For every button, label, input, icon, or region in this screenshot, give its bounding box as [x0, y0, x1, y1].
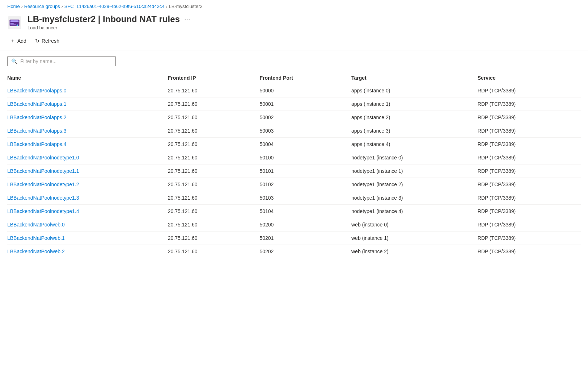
cell-frontend-ip-6: 20.75.121.60 [168, 164, 260, 178]
filter-input[interactable] [20, 58, 112, 64]
nat-rule-link-0[interactable]: LBBackendNatPoolapps.0 [7, 88, 66, 93]
breadcrumb-sep-1: › [21, 4, 23, 9]
cell-service-2: RDP (TCP/3389) [478, 111, 581, 124]
cell-service-1: RDP (TCP/3389) [478, 97, 581, 111]
cell-service-0: RDP (TCP/3389) [478, 84, 581, 97]
cell-target-2: apps (instance 2) [351, 111, 478, 124]
cell-frontend-ip-7: 20.75.121.60 [168, 178, 260, 191]
col-header-frontend-port: Frontend Port [259, 72, 351, 84]
cell-service-11: RDP (TCP/3389) [478, 232, 581, 245]
nat-rule-link-10[interactable]: LBBackendNatPoolweb.0 [7, 222, 65, 228]
refresh-icon: ↻ [35, 38, 39, 44]
cell-frontend-ip-10: 20.75.121.60 [168, 218, 260, 232]
page-title: LB-mysfcluster2 | Inbound NAT rules ··· [28, 14, 192, 24]
table-row: LBBackendNatPoolapps.4 20.75.121.60 5000… [7, 138, 581, 151]
cell-service-9: RDP (TCP/3389) [478, 205, 581, 218]
table-row: LBBackendNatPoolweb.1 20.75.121.60 50201… [7, 232, 581, 245]
page-subtitle: Load balancer [28, 25, 192, 30]
add-label: Add [17, 38, 26, 44]
cell-frontend-port-12: 50202 [259, 245, 351, 258]
table-row: LBBackendNatPoolnodetype1.3 20.75.121.60… [7, 191, 581, 205]
nat-rules-table: Name Frontend IP Frontend Port Target Se… [7, 72, 581, 258]
filter-container: 🔍 [7, 56, 116, 66]
cell-service-10: RDP (TCP/3389) [478, 218, 581, 232]
col-header-target: Target [351, 72, 478, 84]
cell-name-11: LBBackendNatPoolweb.1 [7, 232, 168, 245]
cell-target-11: web (instance 1) [351, 232, 478, 245]
nat-rule-link-6[interactable]: LBBackendNatPoolnodetype1.1 [7, 168, 79, 174]
cell-frontend-port-4: 50004 [259, 138, 351, 151]
nat-rule-link-7[interactable]: LBBackendNatPoolnodetype1.2 [7, 182, 79, 187]
cell-name-2: LBBackendNatPoolapps.2 [7, 111, 168, 124]
filter-search-icon: 🔍 [11, 58, 17, 64]
cell-target-7: nodetype1 (instance 2) [351, 178, 478, 191]
breadcrumb-sep-2: › [62, 4, 63, 9]
nat-rule-link-2[interactable]: LBBackendNatPoolapps.2 [7, 114, 66, 120]
cell-name-10: LBBackendNatPoolweb.0 [7, 218, 168, 232]
nat-rule-link-11[interactable]: LBBackendNatPoolweb.1 [7, 235, 65, 241]
cell-frontend-port-3: 50003 [259, 124, 351, 138]
cell-name-6: LBBackendNatPoolnodetype1.1 [7, 164, 168, 178]
cell-frontend-port-7: 50102 [259, 178, 351, 191]
breadcrumb-current: LB-mysfcluster2 [169, 4, 203, 9]
table-row: LBBackendNatPoolapps.0 20.75.121.60 5000… [7, 84, 581, 97]
col-header-name: Name [7, 72, 168, 84]
cell-target-10: web (instance 0) [351, 218, 478, 232]
cell-frontend-port-8: 50103 [259, 191, 351, 205]
cell-target-3: apps (instance 3) [351, 124, 478, 138]
cell-service-6: RDP (TCP/3389) [478, 164, 581, 178]
cell-frontend-ip-0: 20.75.121.60 [168, 84, 260, 97]
nat-rule-link-8[interactable]: LBBackendNatPoolnodetype1.3 [7, 195, 79, 201]
cell-target-0: apps (instance 0) [351, 84, 478, 97]
toolbar: ＋ Add ↻ Refresh [0, 32, 588, 50]
refresh-label: Refresh [42, 38, 59, 44]
svg-point-5 [17, 25, 18, 26]
breadcrumb-resource-group[interactable]: SFC_11426a01-4029-4b62-a9f6-510ca24d42c4 [64, 4, 165, 9]
nat-rule-link-3[interactable]: LBBackendNatPoolapps.3 [7, 128, 66, 134]
cell-name-4: LBBackendNatPoolapps.4 [7, 138, 168, 151]
cell-target-1: apps (instance 1) [351, 97, 478, 111]
cell-frontend-ip-2: 20.75.121.60 [168, 111, 260, 124]
table-header-row: Name Frontend IP Frontend Port Target Se… [7, 72, 581, 84]
cell-target-9: nodetype1 (instance 4) [351, 205, 478, 218]
cell-frontend-port-0: 50000 [259, 84, 351, 97]
cell-target-4: apps (instance 4) [351, 138, 478, 151]
nat-rule-link-12[interactable]: LBBackendNatPoolweb.2 [7, 249, 65, 254]
cell-frontend-ip-3: 20.75.121.60 [168, 124, 260, 138]
cell-name-1: LBBackendNatPoolapps.1 [7, 97, 168, 111]
cell-service-8: RDP (TCP/3389) [478, 191, 581, 205]
add-button[interactable]: ＋ Add [7, 36, 29, 46]
cell-name-5: LBBackendNatPoolnodetype1.0 [7, 151, 168, 164]
more-options-button[interactable]: ··· [183, 16, 192, 23]
cell-frontend-ip-4: 20.75.121.60 [168, 138, 260, 151]
nat-rule-link-1[interactable]: LBBackendNatPoolapps.1 [7, 101, 66, 107]
cell-name-3: LBBackendNatPoolapps.3 [7, 124, 168, 138]
nat-rule-link-5[interactable]: LBBackendNatPoolnodetype1.0 [7, 155, 79, 161]
cell-frontend-port-2: 50002 [259, 111, 351, 124]
add-icon: ＋ [10, 38, 15, 44]
cell-target-8: nodetype1 (instance 3) [351, 191, 478, 205]
table-row: LBBackendNatPoolnodetype1.2 20.75.121.60… [7, 178, 581, 191]
cell-service-3: RDP (TCP/3389) [478, 124, 581, 138]
table-row: LBBackendNatPoolnodetype1.1 20.75.121.60… [7, 164, 581, 178]
cell-name-12: LBBackendNatPoolweb.2 [7, 245, 168, 258]
cell-frontend-ip-1: 20.75.121.60 [168, 97, 260, 111]
page-header: LB-mysfcluster2 | Inbound NAT rules ··· … [0, 11, 588, 32]
nat-rule-link-4[interactable]: LBBackendNatPoolapps.4 [7, 141, 66, 147]
cell-name-8: LBBackendNatPoolnodetype1.3 [7, 191, 168, 205]
cell-frontend-ip-5: 20.75.121.60 [168, 151, 260, 164]
table-row: LBBackendNatPoolnodetype1.0 20.75.121.60… [7, 151, 581, 164]
cell-frontend-ip-9: 20.75.121.60 [168, 205, 260, 218]
cell-service-12: RDP (TCP/3389) [478, 245, 581, 258]
refresh-button[interactable]: ↻ Refresh [32, 37, 62, 45]
breadcrumb-home[interactable]: Home [7, 4, 20, 9]
table-row: LBBackendNatPoolapps.3 20.75.121.60 5000… [7, 124, 581, 138]
cell-frontend-ip-12: 20.75.121.60 [168, 245, 260, 258]
svg-rect-2 [10, 20, 19, 22]
breadcrumb-sep-3: › [166, 4, 168, 9]
table-row: LBBackendNatPoolnodetype1.4 20.75.121.60… [7, 205, 581, 218]
cell-target-5: nodetype1 (instance 0) [351, 151, 478, 164]
breadcrumb-resource-groups[interactable]: Resource groups [24, 4, 60, 9]
cell-frontend-port-10: 50200 [259, 218, 351, 232]
nat-rule-link-9[interactable]: LBBackendNatPoolnodetype1.4 [7, 208, 79, 214]
